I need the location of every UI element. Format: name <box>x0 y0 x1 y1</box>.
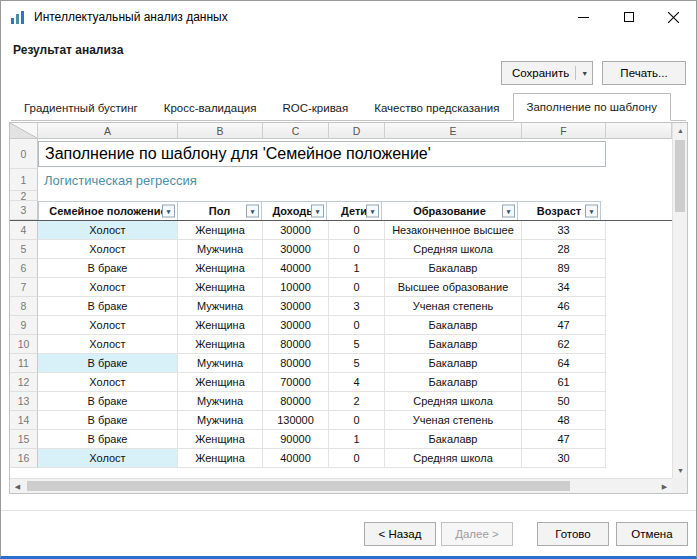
cell-C15[interactable]: 90000 <box>263 430 329 449</box>
filter-header-D[interactable]: Дети▾ <box>326 201 382 220</box>
cell-A14[interactable]: В браке <box>38 411 178 430</box>
cell-D15[interactable]: 1 <box>329 430 385 449</box>
cell-E10[interactable]: Бакалавр <box>385 335 522 354</box>
scroll-left-icon[interactable]: ◀ <box>10 479 25 494</box>
cell-D12[interactable]: 4 <box>329 373 385 392</box>
cell-A13[interactable]: В браке <box>38 392 178 411</box>
cell-A9[interactable]: Холост <box>38 316 178 335</box>
tab-3[interactable]: ROC-кривая <box>269 97 361 120</box>
cell-A16[interactable]: Холост <box>38 449 178 468</box>
cell-C13[interactable]: 80000 <box>263 392 329 411</box>
cell-E11[interactable]: Бакалавр <box>385 354 522 373</box>
cell-C8[interactable]: 30000 <box>263 297 329 316</box>
cell-B11[interactable]: Мужчина <box>178 354 263 373</box>
filter-header-A[interactable]: Семейное положение▾ <box>38 201 178 220</box>
cancel-button[interactable]: Отмена <box>616 522 688 546</box>
cell-A8[interactable]: В браке <box>38 297 178 316</box>
filter-dropdown-icon[interactable]: ▾ <box>311 205 324 218</box>
column-header-B[interactable]: B <box>178 123 263 139</box>
finish-button[interactable]: Готово <box>537 522 609 546</box>
filter-header-F[interactable]: Возраст▾ <box>517 201 601 220</box>
row-header-6[interactable]: 6 <box>10 259 38 278</box>
cell-A4[interactable]: Холост <box>38 221 178 240</box>
row-header-1[interactable]: 1 <box>10 169 38 191</box>
cell-E4[interactable]: Незаконченное высшее <box>385 221 522 240</box>
cell-E13[interactable]: Средняя школа <box>385 392 522 411</box>
row-header-2[interactable]: 2 <box>10 191 38 201</box>
scroll-down-icon[interactable]: ▼ <box>673 463 688 478</box>
horizontal-scroll-thumb[interactable] <box>27 481 570 491</box>
filter-header-B[interactable]: Пол▾ <box>177 201 262 220</box>
cell-E16[interactable]: Средняя школа <box>385 449 522 468</box>
scroll-up-icon[interactable]: ▲ <box>673 123 688 138</box>
row-header-12[interactable]: 12 <box>10 373 38 392</box>
cell-F11[interactable]: 64 <box>522 354 606 373</box>
cell-F8[interactable]: 46 <box>522 297 606 316</box>
cell-C14[interactable]: 130000 <box>263 411 329 430</box>
cell-B5[interactable]: Мужчина <box>178 240 263 259</box>
row-header-10[interactable]: 10 <box>10 335 38 354</box>
cell-C5[interactable]: 30000 <box>263 240 329 259</box>
cell-C6[interactable]: 40000 <box>263 259 329 278</box>
save-dropdown-icon[interactable]: ▼ <box>581 70 588 77</box>
cell-F14[interactable]: 48 <box>522 411 606 430</box>
cell-E12[interactable]: Бакалавр <box>385 373 522 392</box>
cell-B10[interactable]: Женщина <box>178 335 263 354</box>
filter-dropdown-icon[interactable]: ▾ <box>502 205 515 218</box>
row-header-8[interactable]: 8 <box>10 297 38 316</box>
cell-C4[interactable]: 30000 <box>263 221 329 240</box>
minimize-button[interactable] <box>561 1 606 33</box>
filter-header-C[interactable]: Доходы▾ <box>261 201 327 220</box>
cell-F5[interactable]: 28 <box>522 240 606 259</box>
save-button[interactable]: Сохранить ▼ <box>501 61 593 85</box>
row-header-9[interactable]: 9 <box>10 316 38 335</box>
row-header-0[interactable]: 0 <box>10 139 38 169</box>
cell-E5[interactable]: Средняя школа <box>385 240 522 259</box>
cell-C16[interactable]: 40000 <box>263 449 329 468</box>
grid-corner-cell[interactable] <box>10 123 38 139</box>
print-button[interactable]: Печать... <box>602 61 686 85</box>
cell-E9[interactable]: Бакалавр <box>385 316 522 335</box>
cell-D13[interactable]: 2 <box>329 392 385 411</box>
cell-F4[interactable]: 33 <box>522 221 606 240</box>
row-header-13[interactable]: 13 <box>10 392 38 411</box>
cell-A10[interactable]: Холост <box>38 335 178 354</box>
cell-B7[interactable]: Женщина <box>178 278 263 297</box>
cell-D6[interactable]: 1 <box>329 259 385 278</box>
column-header-D[interactable]: D <box>329 123 385 139</box>
grid-subtitle-cell[interactable]: Логистическая регрессия <box>38 173 197 188</box>
cell-D4[interactable]: 0 <box>329 221 385 240</box>
cell-C12[interactable]: 70000 <box>263 373 329 392</box>
back-button[interactable]: < Назад <box>364 522 436 546</box>
cell-C7[interactable]: 10000 <box>263 278 329 297</box>
row-header-15[interactable]: 15 <box>10 430 38 449</box>
cell-C10[interactable]: 80000 <box>263 335 329 354</box>
vertical-scrollbar[interactable]: ▲ ▼ <box>672 123 687 478</box>
scroll-right-icon[interactable]: ▶ <box>657 479 672 494</box>
cell-B9[interactable]: Женщина <box>178 316 263 335</box>
vertical-scroll-thumb[interactable] <box>675 140 685 212</box>
filter-dropdown-icon[interactable]: ▾ <box>246 205 259 218</box>
cell-F16[interactable]: 30 <box>522 449 606 468</box>
cell-D7[interactable]: 0 <box>329 278 385 297</box>
column-header-E[interactable]: E <box>385 123 522 139</box>
filter-dropdown-icon[interactable]: ▾ <box>585 205 598 218</box>
filter-dropdown-icon[interactable]: ▾ <box>366 205 379 218</box>
row-header-16[interactable]: 16 <box>10 449 38 468</box>
cell-C11[interactable]: 80000 <box>263 354 329 373</box>
cell-A11[interactable]: В браке <box>38 354 178 373</box>
cell-B12[interactable]: Женщина <box>178 373 263 392</box>
cell-E14[interactable]: Ученая степень <box>385 411 522 430</box>
cell-D9[interactable]: 0 <box>329 316 385 335</box>
cell-E15[interactable]: Бакалавр <box>385 430 522 449</box>
cell-D16[interactable]: 0 <box>329 449 385 468</box>
cell-F9[interactable]: 47 <box>522 316 606 335</box>
row-header-4[interactable]: 4 <box>10 221 38 240</box>
tab-2[interactable]: Кросс-валидация <box>151 97 270 120</box>
row-header-3[interactable]: 3 <box>10 201 38 220</box>
cell-F10[interactable]: 62 <box>522 335 606 354</box>
cell-B6[interactable]: Женщина <box>178 259 263 278</box>
cell-D10[interactable]: 5 <box>329 335 385 354</box>
row-header-14[interactable]: 14 <box>10 411 38 430</box>
cell-E8[interactable]: Ученая степень <box>385 297 522 316</box>
